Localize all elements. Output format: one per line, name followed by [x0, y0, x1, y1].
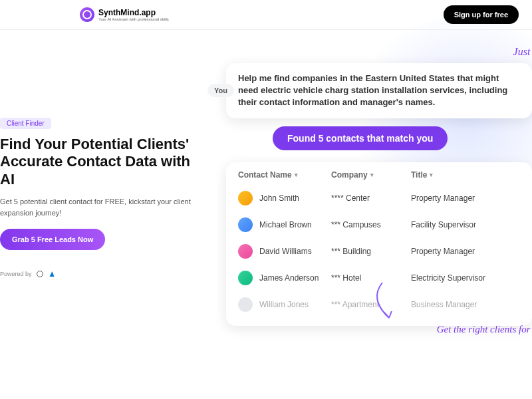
subtext: Get 5 potential client contact for FREE,…: [0, 196, 200, 218]
cell-company: *** Building: [331, 247, 411, 256]
table-row: Michael Brown *** Campuses Facility Supe…: [238, 211, 520, 238]
cell-title: Property Manager: [411, 194, 520, 203]
svg-point-0: [37, 271, 43, 277]
handwriting-top: Just Ch: [513, 46, 532, 58]
table-row: John Smith **** Center Property Manager: [238, 185, 520, 211]
chevron-down-icon: ▾: [430, 172, 433, 178]
ai-response-bubble: Found 5 contacts that match you: [273, 126, 448, 150]
azure-icon: [48, 270, 56, 278]
user-message-text: Help me find companies in the Eastern Un…: [238, 72, 520, 109]
you-badge: You: [207, 84, 234, 97]
cell-company: **** Center: [331, 194, 411, 203]
avatar: [238, 271, 253, 285]
demo-panel: Just Ch You Help me find companies in th…: [213, 43, 532, 326]
cell-title: Property Manager: [411, 247, 520, 256]
table-row: James Anderson *** Hotel Electricity Sup…: [238, 265, 520, 291]
brand-tagline: Your AI Assistant with professional skil…: [98, 17, 169, 21]
header: SynthMind.app Your AI Assistant with pro…: [0, 0, 532, 30]
chevron-down-icon: ▾: [370, 172, 374, 178]
column-company[interactable]: Company▾: [331, 170, 411, 180]
cta-button[interactable]: Grab 5 Free Leads Now: [0, 229, 105, 250]
cell-name: Michael Brown: [259, 220, 331, 229]
product-badge: Client Finder: [0, 118, 51, 129]
cell-company: *** Campuses: [331, 220, 411, 229]
cell-company: *** Apartment: [331, 300, 411, 309]
avatar: [238, 191, 253, 205]
cell-name: James Anderson: [259, 273, 331, 283]
user-message-bubble: You Help me find companies in the Easter…: [226, 63, 532, 118]
avatar: [238, 297, 253, 312]
chevron-down-icon: ▾: [295, 172, 298, 178]
table-header: Contact Name▾ Company▾ Title▾: [238, 170, 520, 185]
signup-button[interactable]: Sign up for free: [444, 5, 519, 24]
powered-label: Powered by: [0, 271, 32, 277]
headline: Find Your Potential Clients' Accurate Co…: [0, 136, 200, 188]
cell-name: John Smith: [259, 194, 331, 203]
main: Client Finder Find Your Potential Client…: [0, 30, 532, 399]
openai-icon: [36, 270, 44, 278]
cell-title: Facility Supervisor: [411, 220, 520, 229]
table-row: David Williams *** Building Property Man…: [238, 238, 520, 265]
cell-name: William Jones: [259, 300, 331, 309]
cell-title: Business Manager: [411, 300, 520, 309]
brand-name: SynthMind.app: [98, 8, 169, 17]
column-contact-name[interactable]: Contact Name▾: [238, 170, 331, 180]
cell-name: David Williams: [259, 247, 331, 256]
handwriting-bottom: Get the right clients for your b: [437, 324, 532, 335]
results-table: Contact Name▾ Company▾ Title▾ John Smith…: [226, 162, 532, 326]
logo-icon: [80, 7, 94, 22]
column-title[interactable]: Title▾: [411, 170, 520, 180]
table-row: William Jones *** Apartment Business Man…: [238, 291, 520, 318]
avatar: [238, 244, 253, 259]
cell-title: Electricity Supervisor: [411, 273, 520, 283]
cell-company: *** Hotel: [331, 273, 411, 283]
logo[interactable]: SynthMind.app Your AI Assistant with pro…: [80, 7, 169, 22]
hero-section: Client Finder Find Your Potential Client…: [0, 30, 200, 399]
powered-by: Powered by: [0, 270, 200, 278]
avatar: [238, 217, 253, 232]
